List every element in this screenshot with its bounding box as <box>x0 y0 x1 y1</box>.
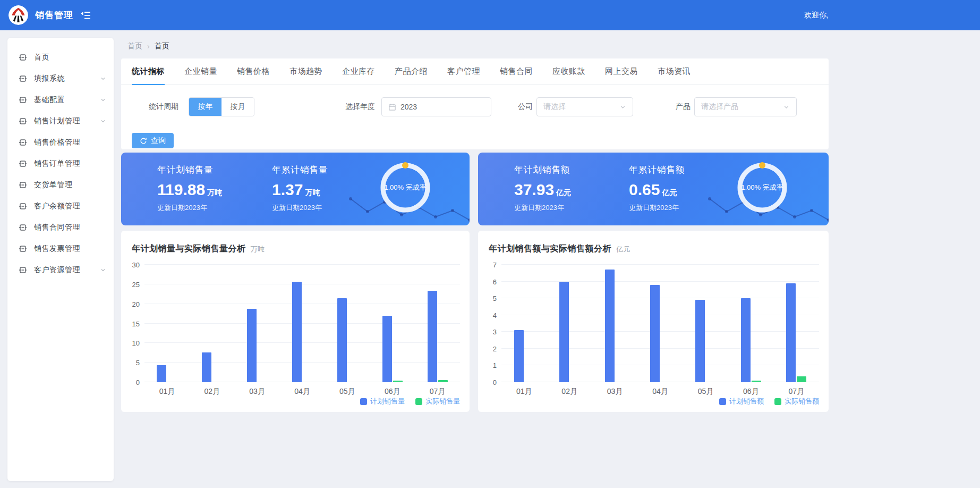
x-axis-tick-label: 07月 <box>415 387 460 397</box>
legend-item[interactable]: 计划销售额 <box>719 397 764 406</box>
product-select[interactable]: 请选择产品 <box>694 97 797 116</box>
sidebar-item-label: 基础配置 <box>34 95 100 105</box>
menu-icon <box>19 181 27 189</box>
bar-group <box>144 265 190 382</box>
legend-label: 实际销售量 <box>425 397 460 406</box>
sidebar-menu: 首页填报系统基础配置销售计划管理销售价格管理销售订单管理交货单管理客户余额管理销… <box>7 38 114 481</box>
sidebar-item[interactable]: 销售计划管理 <box>7 111 114 132</box>
tab-active[interactable]: 统计指标 <box>132 58 165 85</box>
toggle-by-year[interactable]: 按年 <box>189 98 221 116</box>
plan-stat-block: 年计划销售额 37.93亿元 更新日期2023年 <box>514 164 626 213</box>
y-axis-tick-label: 20 <box>124 300 140 308</box>
period-toggle: 按年 按月 <box>189 97 254 116</box>
bar-plan <box>650 285 660 382</box>
y-axis-tick-label: 30 <box>124 261 140 269</box>
tab-item[interactable]: 市场趋势 <box>289 58 322 85</box>
tab-item[interactable]: 企业库存 <box>342 58 375 85</box>
legend-item[interactable]: 实际销售量 <box>415 397 460 406</box>
breadcrumb: 首页 › 首页 <box>127 41 169 51</box>
tab-item[interactable]: 销售价格 <box>237 58 270 85</box>
completion-rate-label: 1.00% 完成率 <box>733 158 791 217</box>
chart-unit: 万吨 <box>251 245 265 253</box>
plan-stat-block: 年计划销售量 119.88万吨 更新日期2023年 <box>157 164 269 213</box>
menu-icon <box>19 159 27 168</box>
stat-value: 1.37 <box>272 181 303 198</box>
bar-plan <box>741 298 751 382</box>
legend-swatch <box>719 398 726 405</box>
sidebar-item[interactable]: 交货单管理 <box>7 174 114 196</box>
sidebar-item-label: 销售发票管理 <box>34 244 106 254</box>
tab-item[interactable]: 客户管理 <box>447 58 480 85</box>
bar-plan <box>559 282 569 382</box>
calendar-icon <box>388 103 396 111</box>
tab-item[interactable]: 产品介绍 <box>395 58 428 85</box>
chevron-down-icon <box>100 267 106 273</box>
fold-menu-icon[interactable] <box>81 11 91 20</box>
bar-group <box>728 265 773 382</box>
stat-value: 0.65 <box>629 181 660 198</box>
chevron-down-icon <box>619 104 626 111</box>
tab-item[interactable]: 市场资讯 <box>658 58 691 85</box>
sidebar-item[interactable]: 客户余额管理 <box>7 196 114 217</box>
stat-card-revenue: 年计划销售额 37.93亿元 更新日期2023年 年累计销售额 0.65亿元 更… <box>478 153 829 225</box>
year-input[interactable]: 2023 <box>381 97 491 116</box>
chevron-down-icon <box>783 104 790 111</box>
sidebar-item[interactable]: 填报系统 <box>7 68 114 89</box>
legend-item[interactable]: 实际销售额 <box>774 397 819 406</box>
toggle-by-month[interactable]: 按月 <box>221 98 254 116</box>
y-axis-tick-label: 2 <box>481 344 497 352</box>
sidebar-item[interactable]: 销售价格管理 <box>7 132 114 153</box>
sidebar-item[interactable]: 首页 <box>7 47 114 68</box>
bar-plan <box>337 298 347 382</box>
chart-card-revenue: 年计划销售额与实际销售额分析亿元 0123456701月02月03月04月05月… <box>478 231 829 412</box>
bar-chart-plot: 05101520253001月02月03月04月05月06月07月 <box>144 265 460 382</box>
stat-value: 37.93 <box>514 181 554 198</box>
sidebar-item-label: 客户资源管理 <box>34 265 100 275</box>
sidebar-item[interactable]: 销售订单管理 <box>7 153 114 174</box>
stat-unit: 亿元 <box>556 188 571 197</box>
bar-plan <box>202 352 211 382</box>
completion-rate-label: 1.00% 完成率 <box>376 158 434 217</box>
sidebar-item[interactable]: 销售发票管理 <box>7 238 114 259</box>
bar-group <box>637 265 683 382</box>
y-axis-tick-label: 15 <box>124 319 140 327</box>
legend-label: 计划销售额 <box>729 397 764 406</box>
chart-title: 年计划销量与实际销售量分析万吨 <box>132 243 265 255</box>
sidebar-item-label: 销售合同管理 <box>34 223 106 232</box>
tab-item[interactable]: 企业销量 <box>184 58 217 85</box>
menu-icon <box>19 202 27 211</box>
tab-item[interactable]: 销售合同 <box>500 58 533 85</box>
chart-card-volume: 年计划销量与实际销售量分析万吨 05101520253001月02月03月04月… <box>121 231 470 412</box>
sidebar-item[interactable]: 客户资源管理 <box>7 259 114 281</box>
query-button[interactable]: 查询 <box>132 133 174 148</box>
company-select[interactable]: 请选择 <box>536 97 633 116</box>
y-axis-tick-label: 5 <box>481 295 497 302</box>
tab-item[interactable]: 应收账款 <box>552 58 585 85</box>
menu-icon <box>19 74 27 83</box>
bar-plan <box>428 291 437 382</box>
period-label: 统计周期 <box>149 97 178 116</box>
y-axis-tick-label: 0 <box>481 378 497 386</box>
legend-swatch <box>774 398 781 405</box>
product-placeholder: 请选择产品 <box>701 102 779 112</box>
x-axis-tick-label: 05月 <box>325 387 370 397</box>
completion-donut: 1.00% 完成率 <box>376 158 434 217</box>
stat-unit: 万吨 <box>305 188 320 197</box>
bar-actual <box>438 380 448 382</box>
sidebar-item[interactable]: 基础配置 <box>7 89 114 111</box>
chart-legend: 计划销售额实际销售额 <box>719 397 819 406</box>
chevron-down-icon <box>100 75 106 82</box>
tab-item[interactable]: 网上交易 <box>605 58 638 85</box>
breadcrumb-home-link[interactable]: 首页 <box>127 41 142 51</box>
x-axis-tick-label: 03月 <box>592 387 637 397</box>
x-axis-tick-label: 06月 <box>728 387 773 397</box>
sidebar-item[interactable]: 销售合同管理 <box>7 217 114 238</box>
legend-item[interactable]: 计划销售量 <box>360 397 405 406</box>
bar-group <box>774 265 819 382</box>
x-axis-tick-label: 03月 <box>235 387 280 397</box>
x-axis-tick-label: 02月 <box>547 387 592 397</box>
welcome-text: 欢迎你, <box>804 0 829 30</box>
legend-label: 实际销售额 <box>785 397 819 406</box>
stat-title: 年累计销售量 <box>272 164 384 176</box>
bar-group <box>190 265 235 382</box>
